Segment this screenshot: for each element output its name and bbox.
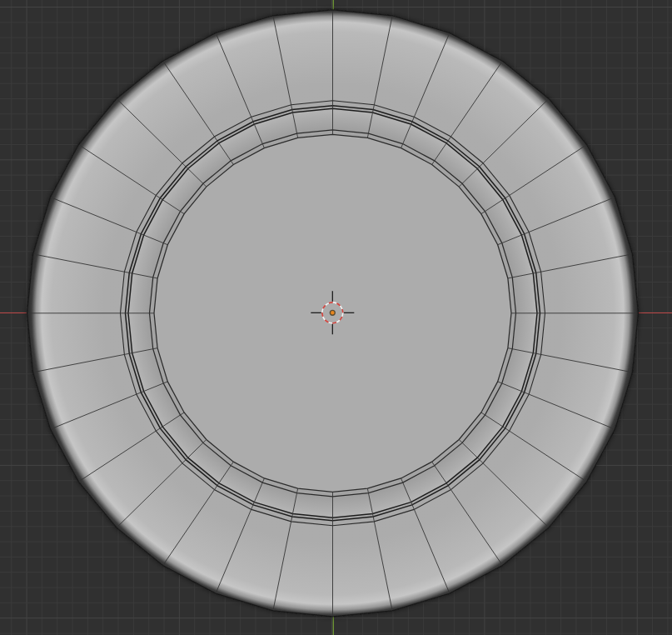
- viewport-canvas[interactable]: [0, 0, 672, 635]
- object-origin-dot: [331, 311, 334, 314]
- blender-3d-viewport[interactable]: [0, 0, 672, 635]
